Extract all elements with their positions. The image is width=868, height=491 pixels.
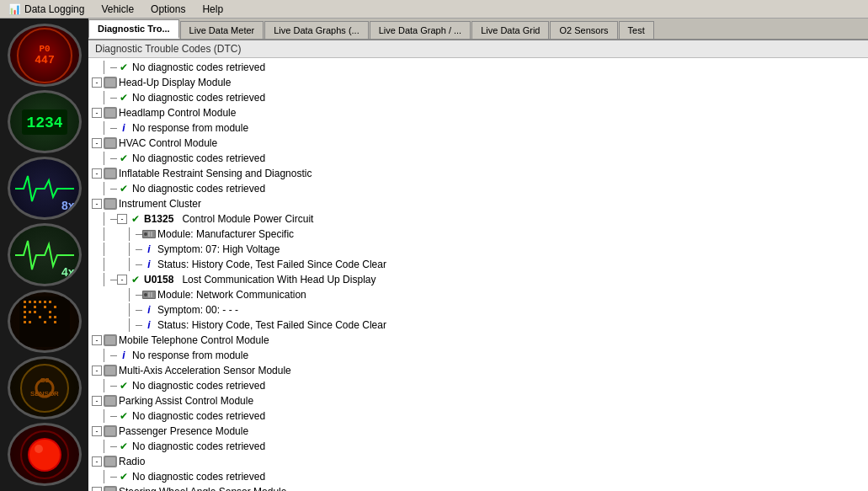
status-icon: i: [142, 318, 156, 332]
tree-row: ✔ No diagnostic codes retrieved: [92, 439, 865, 454]
tree-row: i No response from module: [92, 348, 865, 363]
gauge-ecg1[interactable]: 8x: [8, 157, 82, 220]
tree-row[interactable]: - Multi-Axis Acceleration Sensor Module: [92, 363, 865, 378]
tree-row[interactable]: - Parking Assist Control Module: [92, 393, 865, 408]
svg-rect-52: [148, 232, 150, 237]
info-icon: i: [117, 349, 130, 362]
expand-btn[interactable]: -: [92, 335, 102, 345]
check-icon: ✔: [117, 409, 130, 423]
expand-btn[interactable]: -: [92, 168, 102, 179]
svg-rect-58: [151, 292, 152, 297]
gauge-sensor[interactable]: O2 SENSOR: [8, 356, 82, 419]
menu-help[interactable]: Help: [197, 2, 228, 17]
tree-row[interactable]: - Head-Up Display Module: [92, 75, 865, 90]
status-icon: i: [142, 258, 156, 271]
svg-rect-27: [29, 321, 31, 323]
tree-row[interactable]: - ✔ U0158 Lost Communication With Head U…: [92, 272, 865, 287]
tab-o2-sensors[interactable]: O2 Sensors: [550, 21, 617, 39]
tree-row[interactable]: - Inflatable Restraint Sensing and Diagn…: [92, 166, 865, 181]
tree-row: i Status: History Code, Test Failed Sinc…: [92, 318, 865, 333]
tree-row: ✔ No diagnostic codes retrieved: [92, 90, 865, 105]
tree-row[interactable]: - Passenger Presence Module: [92, 424, 865, 439]
menu-data-logging[interactable]: 📊 Data Logging: [3, 2, 89, 17]
check-icon: ✔: [117, 152, 130, 165]
expand-btn[interactable]: -: [92, 138, 102, 148]
svg-text:4x: 4x: [61, 265, 74, 279]
svg-point-56: [144, 293, 147, 296]
expand-btn[interactable]: -: [92, 487, 102, 491]
expand-btn[interactable]: -: [92, 366, 102, 376]
svg-point-38: [35, 445, 43, 453]
expand-btn[interactable]: -: [92, 199, 102, 209]
tree-row: i Symptom: 00: - - -: [92, 302, 865, 318]
check-icon: ✔: [117, 470, 130, 483]
svg-point-30: [21, 365, 68, 412]
svg-rect-10: [34, 301, 36, 303]
svg-rect-9: [29, 301, 31, 303]
expand-btn[interactable]: -: [92, 108, 102, 118]
tree-row[interactable]: - Steering Wheel Angle Sensor Module: [92, 484, 865, 491]
expand-btn[interactable]: -: [92, 426, 102, 436]
tab-live-data-meter[interactable]: Live Data Meter: [180, 21, 264, 39]
tree-row[interactable]: - HVAC Control Module: [92, 136, 865, 151]
check-icon: ✔: [117, 379, 130, 392]
gauge-matrix[interactable]: [8, 290, 82, 353]
svg-rect-22: [24, 316, 26, 318]
menu-vehicle[interactable]: Vehicle: [96, 2, 139, 17]
tree-row: ✔ No diagnostic codes retrieved: [92, 378, 865, 393]
symptom-icon: i: [142, 243, 156, 256]
svg-rect-66: [105, 427, 115, 435]
check-icon: ✔: [117, 182, 130, 195]
svg-rect-60: [105, 336, 115, 344]
expand-btn[interactable]: -: [92, 456, 102, 467]
tree-row: Module: Manufacturer Specific: [92, 227, 865, 242]
expand-btn[interactable]: -: [117, 214, 127, 224]
svg-rect-68: [105, 457, 115, 466]
gauge-dtc[interactable]: P0 447: [8, 24, 82, 87]
tree-row[interactable]: - ✔ B1325 Control Module Power Circuit: [92, 211, 865, 227]
svg-rect-28: [44, 321, 46, 323]
tree-row: ✔ No diagnostic codes retrieved: [92, 408, 865, 424]
gauge-red-btn[interactable]: [8, 423, 82, 486]
tree-row: Module: Network Communication: [92, 287, 865, 302]
svg-rect-46: [105, 169, 115, 178]
svg-rect-13: [49, 301, 51, 303]
svg-rect-26: [24, 321, 26, 323]
tree-row: ✔ No diagnostic codes retrieved: [92, 181, 865, 196]
svg-rect-24: [49, 316, 51, 318]
svg-text:447: 447: [35, 54, 54, 67]
content-panel: Diagnostic Trouble Codes (DTC) ✔ No diag…: [88, 40, 868, 491]
menu-options[interactable]: Options: [146, 2, 190, 17]
svg-text:8x: 8x: [61, 199, 74, 212]
menu-bar: 📊 Data Logging Vehicle Options Help: [0, 0, 868, 19]
svg-rect-40: [105, 78, 115, 87]
tab-live-data-grid[interactable]: Live Data Grid: [471, 21, 549, 39]
info-icon: i: [117, 121, 130, 135]
tree-row: i Status: History Code, Test Failed Sinc…: [92, 257, 865, 272]
tree-row[interactable]: - Instrument Cluster: [92, 196, 865, 211]
svg-rect-44: [105, 139, 115, 147]
svg-rect-64: [105, 397, 115, 405]
svg-rect-16: [44, 306, 46, 308]
tree-row[interactable]: - Radio: [92, 454, 865, 469]
tree-row[interactable]: - Headlamp Control Module: [92, 105, 865, 120]
gauge-odometer[interactable]: 1234: [8, 90, 82, 153]
expand-btn[interactable]: -: [117, 275, 127, 285]
tree-row: i No response from module: [92, 120, 865, 136]
dtc-tree[interactable]: ✔ No diagnostic codes retrieved - Head-U…: [88, 58, 868, 491]
expand-btn[interactable]: -: [92, 77, 102, 88]
svg-rect-8: [24, 301, 26, 303]
panel-header: Diagnostic Trouble Codes (DTC): [88, 40, 868, 58]
tree-row: i Symptom: 07: High Voltage: [92, 242, 865, 257]
tree-row[interactable]: - Mobile Telephone Control Module: [92, 333, 865, 348]
tab-live-data-graph[interactable]: Live Data Graph / ...: [370, 21, 471, 39]
tree-row: ✔ No diagnostic codes retrieved: [92, 60, 865, 75]
gauge-ecg2[interactable]: 4x: [8, 223, 82, 286]
data-logging-icon: 📊: [8, 3, 21, 15]
svg-rect-20: [34, 311, 36, 313]
tree-row: ✔ No diagnostic codes retrieved: [92, 469, 865, 484]
tab-live-data-graphs[interactable]: Live Data Graphs (...: [264, 21, 369, 39]
tab-diagnostic[interactable]: Diagnostic Tro...: [88, 19, 179, 39]
tab-test[interactable]: Test: [619, 21, 654, 39]
expand-btn[interactable]: -: [92, 396, 102, 406]
